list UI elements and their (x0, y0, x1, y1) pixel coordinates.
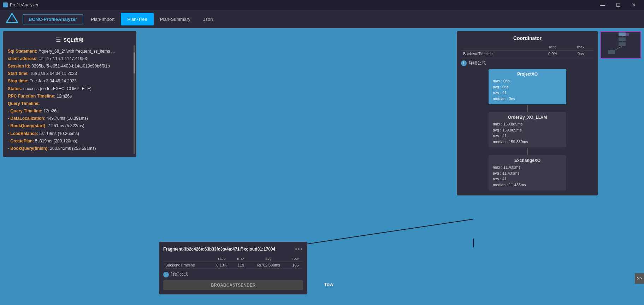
coordinator-table: ratio max BackendTimeline 0.0% 0ns (461, 44, 594, 57)
coordinator-title: Coordinator (461, 35, 594, 41)
nav-brand[interactable]: BONC-ProfileAnalyzer (23, 14, 83, 24)
sql-panel: ☰ SQL信息 Sql Statement: /*query_68_2*/wit… (3, 31, 136, 157)
formula-label: 详细公式 (469, 60, 486, 66)
frag-col-row: row (288, 255, 303, 262)
orderby-max: max : 159.889ms (493, 121, 562, 127)
title-bar-left: ProfileAnalyzer (3, 2, 39, 7)
node-exchangexo-stats: max : 11.433ms avg : 11.433ms row : 41 m… (493, 164, 562, 188)
stop-time-label: Stop time: (8, 78, 30, 83)
frag-cell-name: BackendTimeline (163, 262, 211, 269)
client-address-value: ::ffff:172.16.12.147:41953 (39, 56, 87, 61)
tab-plan-tree[interactable]: Plan-Tree (121, 13, 154, 25)
frag-col-ratio: ratio (211, 255, 233, 262)
tab-json[interactable]: Json (197, 13, 219, 25)
query-timeline-header-row: Query Timeline: (8, 100, 131, 107)
svg-line-9 (615, 46, 622, 50)
load-balance-value: 5s119ms (10.365ms) (39, 131, 79, 136)
close-button[interactable]: ✕ (626, 0, 641, 10)
expand-button[interactable]: >> (635, 273, 644, 284)
nav-bar: BONC-ProfileAnalyzer Plan-Import Plan-Tr… (0, 10, 644, 28)
create-plan-label: - CreatePlan: (8, 139, 35, 143)
scrollbar-thumb[interactable] (134, 52, 135, 74)
fragment-header: Fragment-3b2c426e:63b33fc3:a4a:471@xclou… (163, 246, 303, 252)
svg-rect-4 (619, 33, 626, 36)
fragment-dots[interactable]: ••• (295, 246, 303, 252)
tab-plan-summary[interactable]: Plan-Summary (154, 13, 197, 25)
svg-rect-6 (619, 42, 626, 46)
frag-cell-max: 11s (233, 262, 249, 269)
sql-statement-label: Sql Statement: (8, 49, 39, 54)
coord-cell-ratio: 0.0% (538, 51, 568, 57)
coord-cell-name: BackendTimeline (461, 51, 538, 57)
node-exchangexo[interactable]: ExchangeXO max : 11.433ms avg : 11.433ms… (489, 155, 566, 190)
sql-panel-header: ☰ SQL信息 (8, 35, 131, 45)
frag-col-name (163, 255, 211, 262)
coord-col-max: max (568, 44, 594, 51)
sql-statement-value: /*query_68_2*/with frequent_ss_items ... (39, 49, 114, 54)
start-time-label: Start time: (8, 71, 30, 76)
book-query-start-label: - BookQuery(start): (8, 123, 48, 128)
maximize-button[interactable]: ☐ (611, 0, 626, 10)
frag-cell-ratio: 0.13% (211, 262, 233, 269)
fragment-panel: Fragment-3b2c426e:63b33fc3:a4a:471@xclou… (159, 242, 307, 294)
query-timeline-label: - Query Timeline: (8, 108, 43, 113)
coord-col-ratio: ratio (538, 44, 568, 51)
scrollbar[interactable] (134, 45, 135, 154)
orderby-median: median : 159.889ms (493, 139, 562, 145)
tow-label: Tow (324, 282, 333, 287)
create-plan-value: 5s319ms (200.120ms) (35, 139, 77, 143)
frag-cell-avg: 6s782.608ms (249, 262, 288, 269)
connector-2 (527, 148, 528, 155)
tab-plan-import[interactable]: Plan-Import (84, 13, 121, 25)
fragment-table: ratio max avg row BackendTimeline 0.13% … (163, 255, 303, 269)
main-area: ☰ SQL信息 Sql Statement: /*query_68_2*/wit… (0, 28, 644, 305)
status-row: Status: success.(code=EXEC_COMPLETE) (8, 86, 131, 92)
node-orderby-stats: max : 159.889ms avg : 159.889ms row : 41… (493, 121, 562, 145)
exchangexo-row: row : 41 (493, 176, 562, 182)
book-query-start-row: - BookQuery(start): 7.251ms (5.322ms) (8, 123, 131, 129)
projectxo-max: max : 0ns (493, 78, 562, 84)
start-time-value: Tue Jan 3 04:34:11 2023 (30, 71, 77, 76)
window-controls[interactable]: — ☐ ✕ (595, 0, 641, 10)
node-projectxo-stats: max : 0ns avg : 0ns row : 41 median : 0n… (493, 78, 562, 101)
fragment-title: Fragment-3b2c426e:63b33fc3:a4a:471@xclou… (163, 247, 275, 252)
node-exchangexo-title: ExchangeXO (493, 158, 562, 163)
status-value: success.(code=EXEC_COMPLETE) (23, 86, 91, 91)
node-projectxo[interactable]: ProjectXO max : 0ns avg : 0ns row : 41 m… (489, 69, 566, 104)
exchangexo-median: median : 11.433ms (493, 182, 562, 188)
hamburger-icon[interactable]: ☰ (56, 35, 61, 45)
rpc-timeline-row: RPC Function Timeline: 12m26s (8, 93, 131, 100)
orderby-row: row : 41 (493, 133, 562, 139)
minimize-button[interactable]: — (595, 0, 610, 10)
session-id-value: 0295bcf5-e051-4403-b14a-019c90b6f91b (31, 64, 110, 69)
load-balance-label: - LoadBalance: (8, 131, 39, 136)
sql-panel-title: SQL信息 (64, 36, 84, 44)
client-address-label: client address: (8, 56, 39, 61)
orderby-avg: avg : 159.889ms (493, 127, 562, 133)
data-localization-row: - DataLocalization: 449.76ms (10.391ms) (8, 115, 131, 122)
exchangexo-avg: avg : 11.433ms (493, 170, 562, 176)
table-row: BackendTimeline 0.0% 0ns (461, 51, 594, 57)
svg-rect-10 (608, 50, 615, 54)
start-time-row: Start time: Tue Jan 3 04:34:11 2023 (8, 70, 131, 77)
broadcast-label: BROADCASTSENDER (211, 283, 256, 288)
status-label: Status: (8, 86, 23, 91)
connector-1 (527, 105, 528, 112)
app-icon (3, 2, 8, 7)
coord-cell-max: 0ns (568, 51, 594, 57)
session-id-label: Session Id: (8, 64, 31, 69)
stop-time-row: Stop time: Tue Jan 3 04:46:24 2023 (8, 78, 131, 84)
fragment-formula-label: 详细公式 (171, 271, 188, 277)
rpc-timeline-label: RPC Function Timeline: (8, 94, 57, 99)
formula-section: i 详细公式 (461, 60, 594, 66)
minimap-svg (601, 32, 641, 59)
node-orderby[interactable]: OrderBy_XO_LLVM max : 159.889ms avg : 15… (489, 112, 566, 147)
broadcast-bar: BROADCASTSENDER (163, 280, 303, 290)
formula-icon: i (461, 60, 467, 66)
projectxo-avg: avg : 0ns (493, 84, 562, 90)
query-timeline-row: - Query Timeline: 12m26s (8, 108, 131, 115)
projectxo-median: median : 0ns (493, 96, 562, 102)
book-query-start-value: 7.251ms (5.322ms) (48, 123, 84, 128)
node-projectxo-title: ProjectXO (493, 72, 562, 77)
svg-rect-11 (625, 33, 629, 36)
